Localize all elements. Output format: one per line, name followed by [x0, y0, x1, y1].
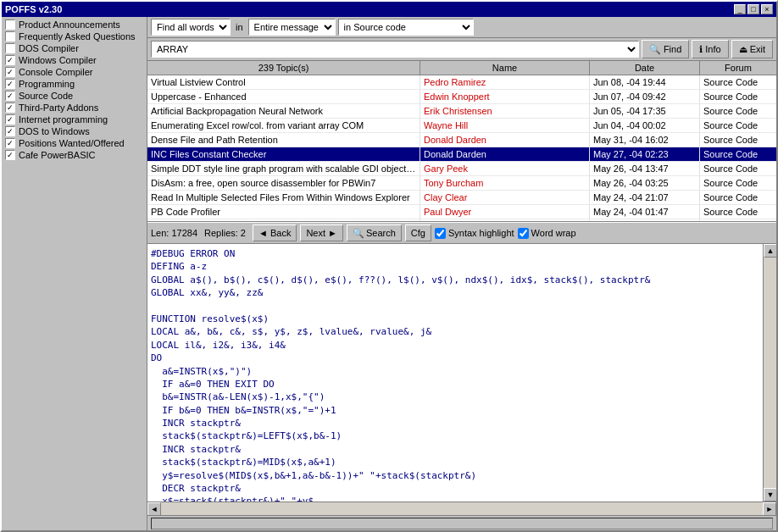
binoculars-icon: 🔍 — [649, 44, 661, 55]
table-row[interactable]: DisAsm: a free, open source disassembler… — [147, 176, 776, 191]
window-title: POFFS v2.30 — [5, 4, 62, 14]
table-row[interactable]: Dense File and Path RetentionDonald Dard… — [147, 133, 776, 147]
minimize-button[interactable]: _ — [734, 4, 746, 14]
vertical-scrollbar[interactable]: ▲ ▼ — [763, 244, 776, 502]
table-row[interactable]: Convert Outlook Express EML to HTMLBob S… — [147, 219, 776, 221]
table-row[interactable]: Artificial Backpropagation Neural Networ… — [147, 104, 776, 119]
topic-author: Donald Darden — [420, 147, 590, 161]
search-bar: ARRAY 🔍 Find ℹ Info ⏏ Exit — [147, 38, 776, 61]
topic-title: DisAsm: a free, open source disassembler… — [147, 176, 420, 190]
status-text — [151, 518, 773, 529]
scroll-up-button[interactable]: ▲ — [764, 244, 776, 258]
sidebar-label-positions-wanted: Positions Wanted/Offered — [19, 138, 125, 148]
sidebar-item-internet-programming[interactable]: ✓Internet programming — [2, 114, 147, 125]
checkbox-console-compiler[interactable]: ✓ — [5, 67, 15, 77]
sidebar-item-cafe-powerbasic[interactable]: ✓Cafe PowerBASIC — [2, 149, 147, 161]
scroll-left-button[interactable]: ◄ — [147, 502, 161, 516]
cfg-button[interactable]: Cfg — [405, 224, 431, 241]
bottom-toolbar: Len: 17284 Replies: 2 ◄ Back Next ► 🔍 Se… — [147, 222, 776, 244]
sidebar-item-faq[interactable]: Frequently Asked Questions — [2, 30, 147, 42]
code-scroll-area[interactable]: #DEBUG ERROR ON DEFING a-z GLOBAL a$(), … — [147, 244, 763, 502]
sidebar-label-faq: Frequently Asked Questions — [19, 31, 136, 42]
table-row[interactable]: Virtual Listview ControlPedro RamirezJun… — [147, 75, 776, 90]
topic-author: Pedro Ramirez — [420, 75, 590, 89]
sidebar-item-positions-wanted[interactable]: ✓Positions Wanted/Offered — [2, 137, 147, 149]
exit-button[interactable]: ⏏ Exit — [731, 40, 773, 58]
sidebar-label-third-party-addons: Third-Party Addons — [19, 103, 98, 113]
topics-header: 239 Topic(s) Name Date Forum — [147, 61, 776, 75]
topic-author: Tony Burcham — [420, 176, 590, 190]
sidebar-item-source-code[interactable]: ✓Source Code — [2, 90, 147, 102]
search-button[interactable]: 🔍 Search — [347, 224, 402, 241]
table-row[interactable]: Read In Multiple Selected Files From Wit… — [147, 191, 776, 205]
hscroll-track[interactable] — [161, 502, 763, 515]
title-bar: POFFS v2.30 _ □ × — [2, 2, 776, 17]
topic-author: Donald Darden — [420, 133, 590, 147]
checkbox-dos-compiler[interactable] — [5, 43, 15, 53]
checkbox-third-party-addons[interactable]: ✓ — [5, 103, 15, 113]
scroll-right-button[interactable]: ► — [763, 502, 776, 516]
syntax-highlight-check[interactable]: Syntax highlight — [435, 228, 514, 239]
topic-forum: Source Code — [700, 104, 776, 118]
topic-date: May 27, -04 02:23 — [590, 147, 700, 161]
topic-forum: Source Code — [700, 119, 776, 132]
table-row[interactable]: INC Files Constant CheckerDonald DardenM… — [147, 147, 776, 162]
table-row[interactable]: Uppercase - EnhancedEdwin KnoppertJun 07… — [147, 90, 776, 104]
checkbox-programming[interactable]: ✓ — [5, 79, 15, 89]
col-forum-header: Forum — [700, 61, 776, 75]
scroll-track[interactable] — [764, 258, 776, 488]
table-row[interactable]: Simple DDT style line graph program with… — [147, 162, 776, 176]
sidebar-item-third-party-addons[interactable]: ✓Third-Party Addons — [2, 102, 147, 114]
source-scope-select[interactable]: in Source code — [338, 19, 474, 36]
close-button[interactable]: × — [761, 4, 773, 14]
sidebar-item-windows-compiler[interactable]: ✓Windows Compiler — [2, 54, 147, 66]
topic-date: Jun 08, -04 19:44 — [590, 75, 700, 89]
sidebar-item-programming[interactable]: ✓Programming — [2, 78, 147, 90]
checkbox-positions-wanted[interactable]: ✓ — [5, 138, 15, 148]
topic-forum: Source Code — [700, 133, 776, 147]
topic-date: May 31, -04 16:02 — [590, 133, 700, 147]
sidebar-item-dos-to-windows[interactable]: ✓DOS to Windows — [2, 125, 147, 137]
topic-date: May 24, -04 21:07 — [590, 191, 700, 204]
maximize-button[interactable]: □ — [747, 4, 759, 14]
topic-title: Uppercase - Enhanced — [147, 90, 420, 103]
sidebar-label-internet-programming: Internet programming — [19, 114, 108, 125]
title-bar-controls: _ □ × — [734, 4, 773, 14]
topic-title: Virtual Listview Control — [147, 75, 420, 89]
checkbox-product-announcements[interactable] — [5, 19, 15, 30]
table-row[interactable]: Enumerating Excel row/col. from variant … — [147, 119, 776, 133]
checkbox-faq[interactable] — [5, 31, 15, 42]
sidebar-item-dos-compiler[interactable]: DOS Compiler — [2, 42, 147, 54]
sidebar-item-product-announcements[interactable]: Product Announcements — [2, 19, 147, 30]
col-name-header: Name — [420, 61, 590, 75]
message-scope-select[interactable]: Entire message — [248, 19, 336, 36]
topic-title: Simple DDT style line graph program with… — [147, 162, 420, 175]
sidebar-item-console-compiler[interactable]: ✓Console Compiler — [2, 66, 147, 78]
topic-forum: Source Code — [700, 191, 776, 204]
topic-date: Jun 04, -04 00:02 — [590, 119, 700, 132]
topic-author: Edwin Knoppert — [420, 90, 590, 103]
col-date-header: Date — [590, 61, 700, 75]
topic-title: Artificial Backpropagation Neural Networ… — [147, 104, 420, 118]
topic-title: Dense File and Path Retention — [147, 133, 420, 147]
main-window: POFFS v2.30 _ □ × Product AnnouncementsF… — [0, 0, 778, 532]
checkbox-source-code[interactable]: ✓ — [5, 91, 15, 101]
find-button[interactable]: 🔍 Find — [642, 40, 689, 58]
find-type-select[interactable]: Find all words — [151, 19, 231, 36]
topic-title: Enumerating Excel row/col. from variant … — [147, 119, 420, 132]
checkbox-dos-to-windows[interactable]: ✓ — [5, 126, 15, 136]
table-row[interactable]: PB Code ProfilerPaul DwyerMay 24, -04 01… — [147, 205, 776, 219]
info-button[interactable]: ℹ Info — [692, 40, 728, 58]
topic-date: May 24, -04 01:47 — [590, 205, 700, 219]
sidebar-label-dos-to-windows: DOS to Windows — [19, 126, 90, 136]
next-button[interactable]: Next ► — [300, 224, 343, 241]
back-button[interactable]: ◄ Back — [253, 224, 297, 241]
topic-title: INC Files Constant Checker — [147, 147, 420, 161]
checkbox-internet-programming[interactable]: ✓ — [5, 114, 15, 125]
topic-author: Bob Scott — [420, 219, 590, 221]
checkbox-cafe-powerbasic[interactable]: ✓ — [5, 150, 15, 160]
search-select[interactable]: ARRAY — [151, 41, 639, 58]
word-wrap-check[interactable]: Word wrap — [518, 228, 576, 239]
checkbox-windows-compiler[interactable]: ✓ — [5, 55, 15, 65]
scroll-down-button[interactable]: ▼ — [764, 488, 776, 502]
